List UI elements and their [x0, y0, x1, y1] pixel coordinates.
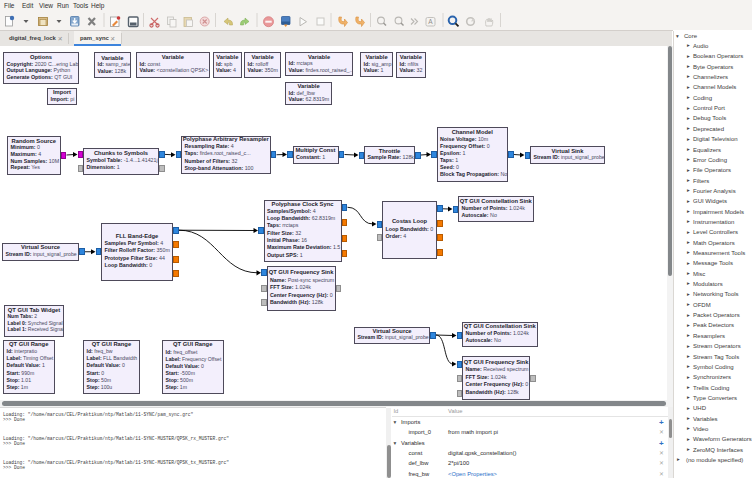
svg-text:A: A — [428, 18, 433, 25]
